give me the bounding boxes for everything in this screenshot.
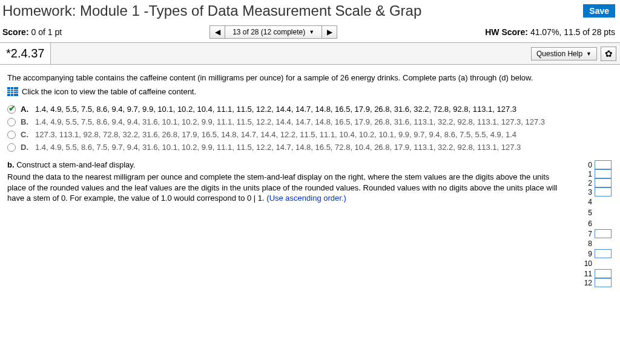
leaf-input[interactable]	[595, 278, 612, 287]
leaf-empty	[595, 218, 612, 227]
leaf-input[interactable]	[595, 249, 612, 258]
mc-option-radio[interactable]	[7, 105, 16, 114]
mc-option-values: 1.4, 4.9, 5.5, 7.5, 8.6, 9.4, 9.4, 31.6,…	[35, 117, 613, 126]
table-icon[interactable]	[7, 87, 18, 96]
mc-option: C.127.3, 113.1, 92.8, 72.8, 32.2, 31.6, …	[7, 130, 613, 139]
question-nav: ◀ 13 of 28 (12 complete)▼ ▶	[209, 25, 337, 39]
stem-and-leaf-display: 0123456789101112	[583, 160, 613, 287]
stem-value: 2	[583, 178, 593, 187]
mc-option-values: 1.4, 4.9, 5.5, 7.5, 8.6, 9.4, 9.7, 9.9, …	[35, 105, 613, 114]
leaf-input[interactable]	[595, 187, 612, 197]
leaf-empty	[595, 207, 612, 216]
mc-option-letter: B.	[21, 117, 30, 126]
hw-score-label: HW Score: 41.07%, 11.5 of 28 pts	[485, 27, 615, 37]
mc-option: B.1.4, 4.9, 5.5, 7.5, 8.6, 9.4, 9.4, 31.…	[7, 117, 613, 126]
question-position-dropdown[interactable]: 13 of 28 (12 complete)▼	[225, 25, 322, 39]
leaf-empty	[595, 258, 612, 267]
mc-option-radio[interactable]	[7, 118, 16, 126]
stem-value: 11	[583, 269, 593, 278]
leaf-empty	[595, 197, 612, 206]
gear-icon: ✿	[605, 48, 613, 59]
question-id: *2.4.37	[0, 43, 51, 64]
next-question-button[interactable]: ▶	[322, 25, 337, 39]
view-table-link[interactable]: Click the icon to view the table of caff…	[22, 87, 196, 96]
stem-value: 5	[583, 207, 593, 218]
leaf-input[interactable]	[595, 178, 612, 187]
caret-down-icon: ▼	[586, 51, 592, 57]
score-label: Score: 0 of 1 pt	[2, 27, 62, 37]
mc-option-letter: D.	[21, 143, 30, 152]
leaf-input[interactable]	[595, 169, 612, 178]
save-button[interactable]: Save	[583, 4, 615, 18]
leaf-input[interactable]	[595, 229, 612, 238]
mc-option-values: 1.4, 4.9, 5.5, 8.6, 7.5, 9.7, 9.4, 31.6,…	[35, 143, 613, 152]
mc-option-radio[interactable]	[7, 143, 16, 152]
stem-value: 1	[583, 169, 593, 178]
stem-value: 10	[583, 258, 593, 269]
mc-option-values: 127.3, 113.1, 92.8, 72.8, 32.2, 31.6, 26…	[35, 130, 613, 139]
question-help-button[interactable]: Question Help▼	[531, 47, 597, 60]
leaf-input[interactable]	[595, 269, 612, 278]
stem-value: 6	[583, 218, 593, 229]
homework-title: Homework: Module 1 -Types of Data Measur…	[2, 2, 579, 19]
stem-value: 4	[583, 197, 593, 207]
stem-value: 3	[583, 187, 593, 197]
mc-option-letter: C.	[21, 130, 30, 139]
stem-value: 7	[583, 229, 593, 238]
mc-option-radio[interactable]	[7, 131, 16, 139]
stem-value: 12	[583, 278, 593, 287]
leaf-empty	[595, 238, 612, 247]
part-b-instructions: Round the data to the nearest milligram …	[7, 172, 567, 204]
stem-value: 9	[583, 249, 593, 258]
mc-option: D.1.4, 4.9, 5.5, 8.6, 7.5, 9.7, 9.4, 31.…	[7, 143, 613, 152]
settings-button[interactable]: ✿	[601, 47, 616, 61]
leaf-input[interactable]	[595, 160, 612, 169]
stem-value: 8	[583, 238, 593, 249]
part-b-heading: b. Construct a stem-and-leaf display.	[7, 160, 567, 169]
prev-question-button[interactable]: ◀	[209, 25, 225, 39]
question-prompt: The accompanying table contains the caff…	[7, 73, 613, 82]
stem-value: 0	[583, 160, 593, 169]
mc-option: A.1.4, 4.9, 5.5, 7.5, 8.6, 9.4, 9.7, 9.9…	[7, 105, 613, 114]
caret-down-icon: ▼	[309, 29, 314, 35]
mc-option-letter: A.	[21, 105, 30, 114]
